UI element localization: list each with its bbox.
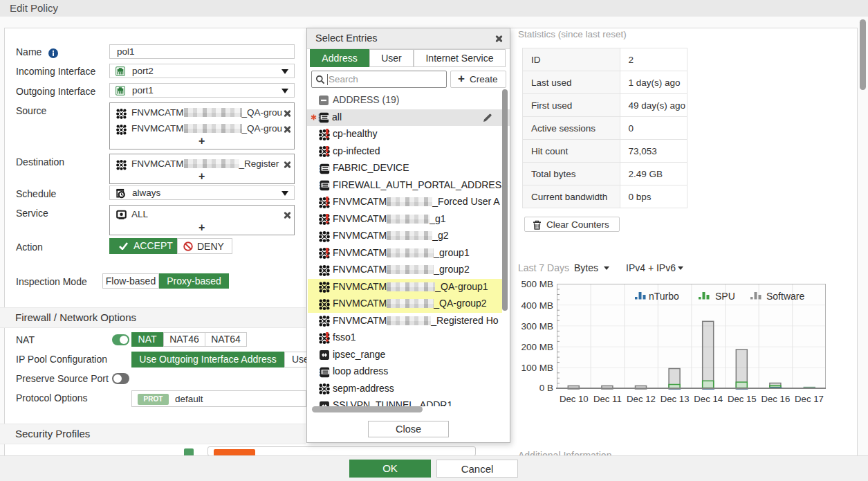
svg-text:Dec 15: Dec 15 <box>728 394 757 404</box>
svg-text:Software: Software <box>766 291 804 302</box>
svg-text:nTurbo: nTurbo <box>649 291 679 302</box>
svg-text:400 MB: 400 MB <box>521 300 553 311</box>
svg-text:Dec 14: Dec 14 <box>694 394 723 404</box>
svg-text:Dec 10: Dec 10 <box>560 394 589 404</box>
svg-text:100 MB: 100 MB <box>521 363 553 373</box>
svg-text:Dec 16: Dec 16 <box>761 394 791 404</box>
svg-text:Dec 12: Dec 12 <box>627 394 656 404</box>
svg-text:SPU: SPU <box>715 291 735 302</box>
svg-text:Dec 11: Dec 11 <box>593 394 622 404</box>
svg-text:0 B: 0 B <box>539 383 553 393</box>
svg-text:500 MB: 500 MB <box>521 279 553 289</box>
svg-text:Dec 17: Dec 17 <box>795 394 824 404</box>
svg-text:Dec 13: Dec 13 <box>661 394 690 404</box>
svg-text:200 MB: 200 MB <box>521 342 553 352</box>
svg-text:300 MB: 300 MB <box>521 321 553 332</box>
